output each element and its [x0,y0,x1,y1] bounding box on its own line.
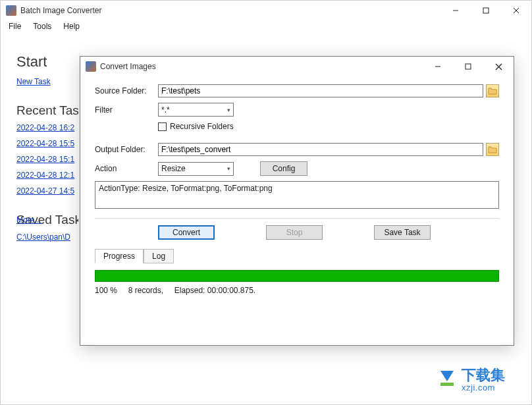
dialog-body: Source Folder: Filter *.* ▾ Recursive Fo… [80,76,514,295]
progress-elapsed-value: 00:00:00.875. [207,286,255,295]
action-label: Action [95,164,158,173]
svg-rect-9 [440,383,454,386]
download-icon [437,368,458,389]
action-summary: ActionType: Resize, ToFormat:png, ToForm… [95,181,499,209]
progress-text: 100 % 8 records, Elapsed: 00:00:00.875. [95,286,499,295]
menu-file[interactable]: File [3,20,26,34]
dialog-titlebar: Convert Images [80,57,514,76]
stop-button[interactable]: Stop [266,225,323,240]
config-button[interactable]: Config [260,161,307,176]
folder-icon [488,87,497,95]
recursive-checkbox[interactable]: Recursive Folders [158,122,499,131]
filter-combo[interactable]: *.* ▾ [158,103,234,117]
menu-help[interactable]: Help [58,20,85,34]
watermark-url: xzji.com [462,383,505,392]
svg-marker-8 [440,371,454,381]
menubar: File Tools Help [1,20,531,34]
source-folder-input[interactable] [158,84,483,97]
filter-label: Filter [95,105,158,115]
checkbox-icon [158,122,167,131]
app-title: Batch Image Converter [20,6,101,15]
output-folder-input[interactable] [158,143,483,156]
divider [95,218,499,219]
filter-value: *.* [161,105,170,115]
watermark-name: 下载集 [462,368,505,383]
dialog-tabs: Progress Log [95,249,499,263]
folder-icon [488,146,497,153]
progress-percent: 100 % [95,286,117,295]
maximize-button[interactable] [471,1,501,20]
dialog-window-controls [423,57,514,76]
more-link[interactable]: More... [16,215,41,225]
recursive-label: Recursive Folders [170,122,234,131]
chevron-down-icon: ▾ [227,107,230,113]
dialog-title: Convert Images [100,62,156,71]
svg-rect-5 [466,64,471,69]
action-value: Resize [161,164,186,173]
recent-tasks-heading: Recent Tas [16,103,78,118]
progress-panel: 100 % 8 records, Elapsed: 00:00:00.875. [95,263,499,295]
action-combo[interactable]: Resize ▾ [158,162,234,176]
source-folder-label: Source Folder: [95,86,158,95]
dialog-maximize-button[interactable] [453,57,483,76]
main-titlebar: Batch Image Converter [1,1,531,20]
progress-bar [95,270,499,282]
convert-button[interactable]: Convert [158,225,215,240]
svg-rect-1 [483,8,489,13]
tab-progress[interactable]: Progress [95,249,144,263]
save-task-button[interactable]: Save Task [374,225,431,240]
menu-tools[interactable]: Tools [28,20,57,34]
main-window-controls [440,1,531,20]
convert-images-dialog: Convert Images Source Folder: Filter *.*… [80,56,514,346]
dialog-minimize-button[interactable] [423,57,453,76]
browse-source-button[interactable] [486,84,499,97]
dialog-button-row: Convert Stop Save Task [158,225,499,240]
progress-records: 8 records, [128,286,163,295]
site-watermark: 下载集 xzji.com [437,368,505,392]
tab-log[interactable]: Log [144,249,174,263]
progress-elapsed-label: Elapsed: [174,286,205,295]
dialog-close-button[interactable] [483,57,514,76]
chevron-down-icon: ▾ [227,165,230,172]
app-icon [6,5,16,16]
browse-output-button[interactable] [486,143,499,156]
close-button[interactable] [501,1,531,20]
output-folder-label: Output Folder: [95,145,158,154]
main-window: Batch Image Converter File Tools Help St… [0,0,532,405]
minimize-button[interactable] [440,1,471,20]
dialog-icon [86,61,96,72]
